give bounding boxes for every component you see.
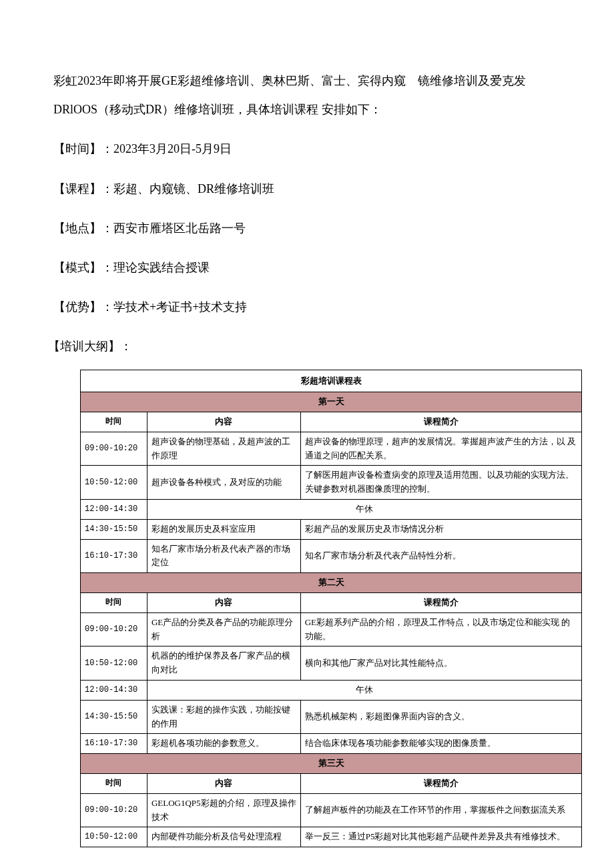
content-cell: 机器的的维护保养及各厂家产品的横向对比 [147,646,300,681]
content-cell: 彩超机各项功能的参数意义。 [147,734,300,754]
content-cell: GELOG1QP5彩超的介绍，原理及操作技术 [147,793,300,827]
col-header-content: 内容 [147,412,300,432]
mode-line: 【模式】：理论实践结合授课 [53,254,561,282]
table-row: 16:10-17:30 知名厂家市场分析及代表产器的市场定位 知名厂家市场分析及… [81,539,582,573]
lunch-cell: 午休 [147,681,581,701]
table-row: 09:00-10:20 GE产品的分类及各产品的功能原理分析 GE彩超系列产品的… [81,612,582,646]
time-cell: 12:00-14:30 [81,681,147,701]
advantage-label: 【优势】： [53,300,113,314]
content-cell: GE产品的分类及各产品的功能原理分析 [147,612,300,646]
col-header-time: 时间 [81,412,147,432]
content-cell: 超声设备各种模式，及对应的功能 [147,466,300,500]
table-row: 10:50-12:00 超声设备各种模式，及对应的功能 了解医用超声设备检查病变… [81,466,582,500]
mode-label: 【模式】： [53,261,113,274]
table-row: 10:50-12:00 内部硬件功能分析及信号处理流程 举一反三：通过P5彩超对… [81,827,582,847]
time-cell: 14:30-15:50 [81,700,147,734]
training-schedule-table: 彩超培训课程表 第一天 时间 内容 课程简介 09:00-10:20 超声设备的… [80,370,582,848]
time-cell: 10:50-12:00 [81,827,147,847]
day-header: 第一天 [81,392,582,412]
time-cell: 09:00-10:20 [81,432,147,466]
table-row: 12:00-14:30 午休 [81,681,582,701]
col-header-desc: 课程简介 [300,412,581,432]
table-title: 彩超培训课程表 [81,370,582,392]
table-row: 12:00-14:30 午休 [81,500,582,520]
col-header-desc: 课程简介 [300,593,581,613]
time-line: 【时间】：2023年3月20日-5月9日 [53,135,561,163]
col-header-content: 内容 [147,593,300,613]
time-cell: 10:50-12:00 [81,466,147,500]
time-cell: 09:00-10:20 [81,793,147,827]
lunch-cell: 午休 [147,500,581,520]
content-cell: 超声设备的物理基础，及超声波的工作原理 [147,432,300,466]
desc-cell: 举一反三：通过P5彩超对比其他彩超产品硬件差异及共有维修技术。 [300,827,581,847]
time-cell: 12:00-14:30 [81,500,147,520]
table-row: 16:10-17:30 彩超机各项功能的参数意义。 结合临床体现各项功能参数能够… [81,734,582,754]
time-label: 【时间】： [53,142,113,155]
location-value: 西安市雁塔区北岳路一号 [113,222,246,235]
desc-cell: 彩超产品的发展历史及市场情况分析 [300,519,581,539]
table-row: 14:30-15:50 实践课：彩超的操作实践，功能按键的作用 熟悉机械架构，彩… [81,700,582,734]
advantage-line: 【优势】：学技术+考证书+技术支持 [53,293,561,322]
desc-cell: 知名厂家市场分析及代表产品特性分析。 [300,539,581,573]
desc-cell: 熟悉机械架构，彩超图像界面内容的含义。 [300,700,581,734]
time-cell: 16:10-17:30 [81,539,147,573]
course-line: 【课程】：彩超、内窥镜、DR维修培训班 [53,175,561,203]
course-value: 彩超、内窥镜、DR维修培训班 [113,182,274,195]
advantage-value: 学技术+考证书+技术支持 [113,300,247,314]
desc-cell: 了解超声板件的功能及在工作环节的作用，掌握板件之间数据流关系 [300,793,581,827]
table-row: 09:00-10:20 超声设备的物理基础，及超声波的工作原理 超声设备的物理原… [81,432,582,466]
day-header: 第三天 [81,754,582,774]
location-line: 【地点】：西安市雁塔区北岳路一号 [53,214,561,243]
col-header-desc: 课程简介 [300,774,581,794]
desc-cell: 超声设备的物理原理，超声的发展情况。掌握超声波产生的方法，以 及通道之间的匹配关… [300,432,581,466]
time-cell: 16:10-17:30 [81,734,147,754]
course-label: 【课程】： [53,182,113,195]
col-header-time: 时间 [81,593,147,613]
time-cell: 09:00-10:20 [81,612,147,646]
desc-cell: 横向和其他厂家产品对比其性能特点。 [300,646,581,681]
time-cell: 10:50-12:00 [81,646,147,681]
location-label: 【地点】： [53,222,113,235]
col-header-content: 内容 [147,774,300,794]
desc-cell: GE彩超系列产品的介绍，原理及工作特点，以及市场定位和能实现 的功能。 [300,612,581,646]
content-cell: 内部硬件功能分析及信号处理流程 [147,827,300,847]
content-cell: 知名厂家市场分析及代表产器的市场定位 [147,539,300,573]
col-header-time: 时间 [81,774,147,794]
time-cell: 14:30-15:50 [81,519,147,539]
time-value: 2023年3月20日-5月9日 [113,142,232,155]
desc-cell: 结合临床体现各项功能参数能够实现的图像质量。 [300,734,581,754]
content-cell: 彩超的发展历史及科室应用 [147,519,300,539]
content-cell: 实践课：彩超的操作实践，功能按键的作用 [147,700,300,734]
table-row: 10:50-12:00 机器的的维护保养及各厂家产品的横向对比 横向和其他厂家产… [81,646,582,681]
day-header: 第二天 [81,573,582,593]
table-row: 09:00-10:20 GELOG1QP5彩超的介绍，原理及操作技术 了解超声板… [81,793,582,827]
mode-value: 理论实践结合授课 [113,261,210,274]
outline-label: 【培训大纲】： [48,332,561,361]
desc-cell: 了解医用超声设备检查病变的原理及适用范围。以及功能的实现方法。关键参数对机器图像… [300,466,581,500]
intro-paragraph: 彩虹2023年即将开展GE彩超维修培训、奥林巴斯、富士、宾得内窥 镜维修培训及爱… [53,67,561,124]
table-row: 14:30-15:50 彩超的发展历史及科室应用 彩超产品的发展历史及市场情况分… [81,519,582,539]
